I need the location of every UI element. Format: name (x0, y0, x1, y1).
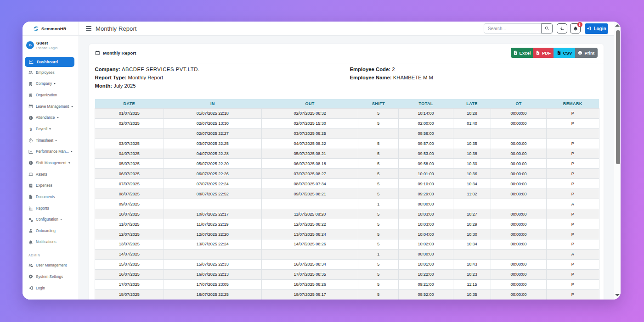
svg-text:$: $ (30, 127, 32, 132)
